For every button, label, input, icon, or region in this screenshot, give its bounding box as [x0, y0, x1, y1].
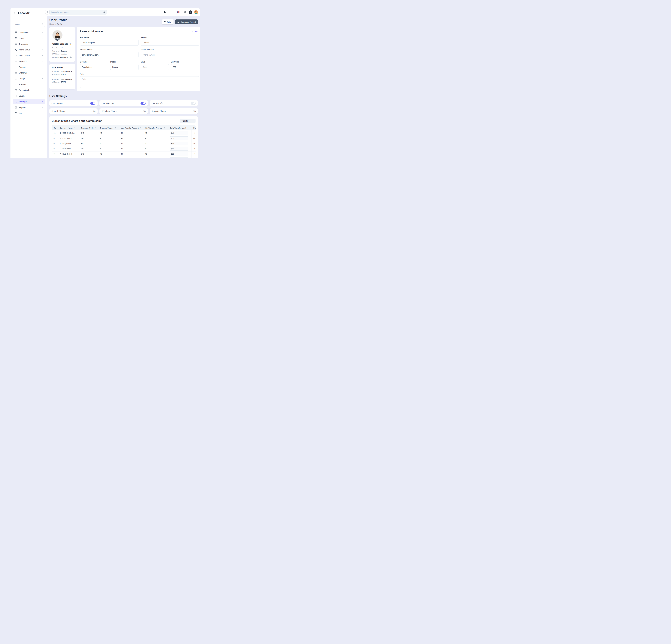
filter-button[interactable]: Filter — [162, 20, 174, 24]
search-icon — [103, 11, 105, 13]
pencil-icon — [192, 30, 194, 33]
sidebar-item-payment[interactable]: Payment — [13, 59, 45, 64]
copy-password-button[interactable] — [70, 56, 72, 58]
phone-input[interactable] — [141, 52, 199, 58]
cell-max-transfer-amount: 40 — [119, 146, 143, 151]
sidebar-item-authorization[interactable]: Authorization — [13, 53, 45, 58]
topbar-actions: S — [163, 10, 198, 14]
sidebar-search-input[interactable] — [13, 22, 45, 27]
column-header-currency-name[interactable]: Currency Name — [58, 125, 79, 130]
edit-button[interactable]: Edit — [191, 30, 199, 33]
column-header-currency-code[interactable]: Currency Code — [79, 125, 98, 130]
cell-min-transfer-amount: 40 — [143, 136, 168, 141]
wallet-title: User Wallet — [52, 66, 72, 68]
email-input[interactable] — [80, 52, 139, 58]
cell-transfer-charge: 40 — [98, 157, 119, 158]
wallet-number-row: W. Number : BDT 490155116 — [52, 78, 72, 80]
cell-currency-name: € EUR (Euro) — [58, 136, 79, 141]
cell-max-transfer-amount: 40 — [119, 151, 143, 157]
daily-limit-input[interactable] — [169, 142, 188, 145]
daily-limit-input[interactable] — [169, 152, 188, 156]
sidebar-item-promo-code[interactable]: Promo Code — [13, 88, 45, 93]
field-zip: Zip Code — [171, 61, 199, 70]
column-header-sl: SL — [52, 125, 58, 130]
cell-transfer-charge: 40 — [98, 130, 119, 136]
sidebar-item-transaction[interactable]: Transaction — [13, 41, 45, 47]
daily-limit-input[interactable] — [169, 131, 188, 135]
sidebar-item-levels[interactable]: Levels — [13, 93, 45, 99]
global-search-input[interactable] — [49, 10, 107, 15]
country-label: Country — [80, 61, 108, 63]
language-button[interactable] — [177, 10, 181, 14]
column-header-min-transfer-amount[interactable]: Min Transfer Amount — [143, 125, 168, 130]
daily-limit-input[interactable] — [169, 157, 188, 158]
charge-label: Deposit Charge — [52, 110, 65, 112]
fullscreen-icon — [169, 11, 173, 14]
user-avatar[interactable] — [194, 10, 198, 14]
cell-sl: 05 — [52, 151, 58, 157]
sidebar-item-settings[interactable]: Settings — [13, 99, 45, 104]
download-label: Download Report — [181, 21, 196, 23]
sidebar-item-deposit[interactable]: Deposit — [13, 64, 45, 70]
charge-label: Transfer Charge — [152, 110, 166, 112]
column-header-transfer-charge[interactable]: Transfer Charge — [98, 125, 119, 130]
sidebar-item-label: Authorization — [19, 54, 40, 56]
currency-coin-button[interactable]: S — [189, 11, 192, 14]
gender-input[interactable] — [141, 40, 199, 46]
cell-max-transfer-amount: 40 — [119, 157, 143, 158]
fullscreen-button[interactable] — [169, 10, 173, 14]
full-name-label: Full Name — [80, 36, 139, 39]
field-district: District — [110, 61, 139, 70]
wallet-balance-row: W. Balance : 675TK — [52, 81, 72, 83]
cell-currency-name: ৳ BDT (Taka) — [58, 146, 79, 151]
daily-limit-input[interactable] — [169, 137, 188, 140]
settings-icon — [15, 101, 17, 103]
column-header-daily-transfer-limit[interactable]: Daily Transfer Limit — [168, 125, 191, 130]
sidebar-item-faq[interactable]: Faq — [13, 111, 45, 116]
column-header-max-transfer-amount[interactable]: Max Transfer Amount — [119, 125, 143, 130]
sidebar: Localxtz Dashboard Users Transaction Adm… — [11, 8, 47, 158]
district-input[interactable] — [110, 64, 139, 70]
theme-toggle-button[interactable] — [163, 10, 167, 14]
breadcrumb-home[interactable]: Home — [49, 23, 54, 25]
sidebar-item-dashboard[interactable]: Dashboard — [13, 30, 45, 35]
sort-icon — [74, 127, 76, 129]
sidebar-item-admin-setup[interactable]: Admin Setup — [13, 47, 45, 52]
cell-extra: 40 — [191, 146, 196, 151]
table-filter-dropdown[interactable]: Transfer — [180, 119, 195, 123]
zip-input[interactable] — [171, 64, 199, 70]
column-header-da: Da — [191, 125, 196, 130]
sidebar-item-withdraw[interactable]: Withdraw — [13, 70, 45, 76]
charge-value: 3% — [193, 110, 196, 112]
cell-sl: 06 — [52, 157, 58, 158]
full-name-input[interactable] — [80, 40, 139, 46]
toggle-label: Can Withdraw — [102, 102, 114, 104]
state-input[interactable] — [141, 64, 169, 70]
download-report-button[interactable]: Download Report — [175, 20, 198, 24]
profile-info: User Point : 100 User Level : Beginner 2… — [52, 47, 72, 58]
profile-row-label: User Point : — [52, 47, 60, 49]
sidebar-item-charge[interactable]: Charge — [13, 76, 45, 81]
camera-icon[interactable] — [56, 38, 59, 41]
toggle-switch[interactable] — [90, 102, 96, 105]
daily-limit-input[interactable] — [169, 147, 188, 151]
notifications-button[interactable] — [183, 10, 187, 14]
promo-code-icon — [15, 89, 17, 91]
filter-label: Filter — [167, 21, 172, 23]
currency-name: RUB (Rubel) — [63, 153, 73, 155]
sidebar-item-label: Settings — [19, 101, 40, 103]
wallet-balance-label: W. Balance : — [52, 73, 60, 75]
sidebar-item-users[interactable]: Users — [13, 36, 45, 41]
currency-card-header: Currency wise Charge and Commission Tran… — [49, 119, 198, 123]
country-input[interactable] — [80, 64, 108, 70]
sidebar-item-reports[interactable]: Reports — [13, 105, 45, 110]
toggle-switch[interactable] — [191, 102, 196, 105]
sidebar-item-transfer[interactable]: Transfer — [13, 82, 45, 87]
currency-symbol: ৳ — [60, 148, 61, 150]
field-country: Country — [80, 61, 108, 70]
note-input[interactable] — [80, 76, 199, 88]
profile-row-label: Password : — [52, 56, 60, 58]
sidebar-collapse-button[interactable] — [45, 10, 50, 14]
toggle-switch[interactable] — [140, 102, 145, 105]
edit-label: Edit — [195, 30, 199, 33]
